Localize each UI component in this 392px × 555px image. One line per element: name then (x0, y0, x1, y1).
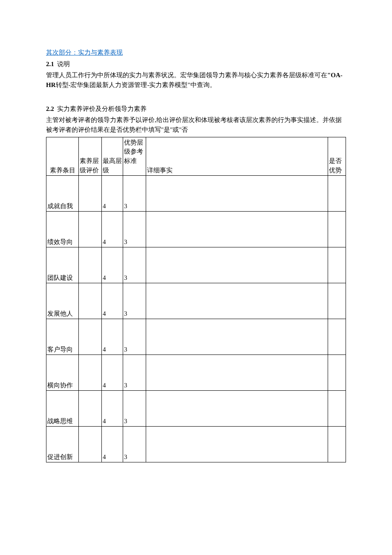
cell-adv (328, 426, 346, 462)
cell-item: 促进创新 (46, 426, 79, 462)
cell-fact (146, 211, 328, 247)
cell-ref: 3 (123, 355, 146, 390)
table-row: 横向协作43 (46, 355, 346, 390)
table-row: 发展他人43 (46, 283, 346, 319)
cell-adv (328, 319, 346, 355)
cell-max: 4 (102, 211, 123, 247)
cell-adv (328, 247, 346, 283)
cell-fact (146, 355, 328, 390)
cell-ref: 3 (123, 283, 146, 319)
col-header-adv: 是否优势 (328, 137, 346, 175)
heading-2-1: 2.1 说明 (46, 59, 346, 69)
cell-max: 4 (102, 355, 123, 390)
cell-fact (146, 283, 328, 319)
col-header-fact: 详细事实 (146, 137, 328, 175)
cell-ref: 3 (123, 247, 146, 283)
cell-item: 团队建设 (46, 247, 79, 283)
col-header-ref: 优势层级参考标准 (123, 137, 146, 175)
table-row: 绩效导向43 (46, 211, 346, 247)
table-row: 客户导向43 (46, 319, 346, 355)
heading-2-2: 2.2 实力素养评价及分析领导力素养 (46, 104, 346, 114)
cell-item: 绩效导向 (46, 211, 79, 247)
table-row: 团队建设43 (46, 247, 346, 283)
col-header-item: 素养条目 (46, 137, 79, 175)
table-row: 促进创新43 (46, 426, 346, 462)
cell-adv (328, 175, 346, 211)
cell-item: 横向协作 (46, 355, 79, 390)
cell-item: 发展他人 (46, 283, 79, 319)
cell-fact (146, 175, 328, 211)
cell-max: 4 (102, 283, 123, 319)
heading-number: 2.1 (46, 61, 54, 67)
cell-ref: 3 (123, 426, 146, 462)
cell-adv (328, 390, 346, 426)
cell-eval (79, 283, 102, 319)
heading-text: 实力素养评价及分析领导力素养 (57, 105, 147, 112)
cell-adv (328, 355, 346, 390)
cell-adv (328, 211, 346, 247)
cell-eval (79, 175, 102, 211)
heading-text: 说明 (57, 61, 70, 67)
table-row: 成就自我43 (46, 175, 346, 211)
cell-max: 4 (102, 426, 123, 462)
cell-max: 4 (102, 247, 123, 283)
para1-text1: 管理人员工作行为中所体现的实力与素养状况。宏华集团领导力素养与核心实力素养各层级… (46, 72, 327, 78)
cell-eval (79, 211, 102, 247)
para1-text2: 转型-宏华集团最新人力资源管理-实力素养模型"中查询。 (56, 81, 216, 88)
cell-max: 4 (102, 175, 123, 211)
cell-ref: 3 (123, 211, 146, 247)
paragraph-2-2: 主管对被考评者的领导力素养予以评价,给出评价层次和体现被考核者该层次素养的行为事… (46, 115, 346, 135)
cell-fact (146, 390, 328, 426)
cell-eval (79, 355, 102, 390)
cell-adv (328, 283, 346, 319)
cell-item: 成就自我 (46, 175, 79, 211)
cell-fact (146, 247, 328, 283)
heading-number: 2.2 (46, 105, 54, 112)
cell-fact (146, 426, 328, 462)
cell-item: 客户导向 (46, 319, 79, 355)
paragraph-2-1: 管理人员工作行为中所体现的实力与素养状况。宏华集团领导力素养与核心实力素养各层级… (46, 70, 346, 90)
competency-table: 素养条目 素养层级评价 最高层级 优势层级参考标准 详细事实 是否优势 成就自我… (46, 137, 346, 462)
cell-ref: 3 (123, 390, 146, 426)
cell-eval (79, 247, 102, 283)
cell-ref: 3 (123, 175, 146, 211)
cell-eval (79, 426, 102, 462)
table-row: 战略思维43 (46, 390, 346, 426)
cell-max: 4 (102, 390, 123, 426)
cell-fact (146, 319, 328, 355)
cell-eval (79, 319, 102, 355)
table-header-row: 素养条目 素养层级评价 最高层级 优势层级参考标准 详细事实 是否优势 (46, 137, 346, 175)
col-header-max: 最高层级 (102, 137, 123, 175)
cell-ref: 3 (123, 319, 146, 355)
cell-max: 4 (102, 319, 123, 355)
cell-eval (79, 390, 102, 426)
col-header-eval: 素养层级评价 (79, 137, 102, 175)
section-title-link[interactable]: 其次部分：实力与素养表现 (46, 48, 346, 58)
cell-item: 战略思维 (46, 390, 79, 426)
